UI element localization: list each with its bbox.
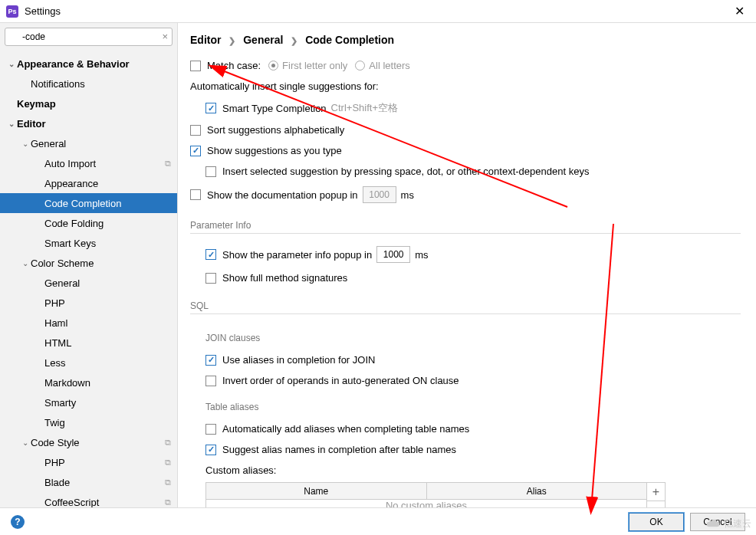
sort-alpha-label: Sort suggestions alphabetically	[207, 124, 344, 136]
use-alias-join-checkbox[interactable]	[205, 355, 216, 366]
tree-item-php[interactable]: PHP	[0, 293, 177, 313]
tree-item-html[interactable]: HTML	[0, 333, 177, 353]
expand-icon[interactable]: ⌄	[20, 139, 31, 148]
window-title: Settings	[25, 5, 728, 17]
doc-popup-checkbox[interactable]	[190, 189, 201, 200]
ok-button[interactable]: OK	[629, 513, 684, 531]
tree-item-blade[interactable]: Blade⧉	[0, 472, 177, 492]
sort-alpha-checkbox[interactable]	[190, 125, 201, 136]
tree-item-label: Twig	[44, 417, 171, 428]
insert-space-checkbox[interactable]	[205, 166, 216, 177]
tree-item-label: Editor	[17, 118, 171, 130]
all-letters-radio[interactable]	[355, 61, 365, 71]
expand-icon[interactable]: ⌄	[20, 259, 31, 268]
chevron-right-icon: ❯	[291, 36, 297, 45]
tree-item-code-folding[interactable]: Code Folding	[0, 213, 177, 233]
show-as-type-checkbox[interactable]	[190, 146, 201, 156]
dialog-footer: ? OK Cancel	[0, 507, 756, 535]
tree-item-markdown[interactable]: Markdown	[0, 373, 177, 392]
alias-side-buttons: + −	[646, 483, 665, 507]
tree-item-label: Appearance & Behavior	[17, 58, 171, 70]
tree-item-twig[interactable]: Twig	[0, 412, 177, 432]
tree-item-appearance[interactable]: Appearance	[0, 173, 177, 193]
tree-item-general[interactable]: General	[0, 273, 177, 293]
doc-popup-label-a: Show the documentation popup in	[207, 189, 358, 201]
alias-table-body: No custom aliases Add alias	[206, 500, 646, 507]
tree-item-code-completion[interactable]: Code Completion	[0, 193, 177, 213]
tree-item-keymap[interactable]: Keymap	[0, 94, 177, 113]
smart-type-row: Smart Type Completion Ctrl+Shift+空格	[205, 101, 741, 115]
param-popup-checkbox[interactable]	[205, 249, 216, 260]
suggest-alias-checkbox[interactable]	[205, 445, 216, 455]
help-icon[interactable]: ?	[11, 515, 25, 529]
tree-item-color-scheme[interactable]: ⌄Color Scheme	[0, 253, 177, 273]
tree-item-label: Keymap	[17, 98, 171, 110]
param-popup-input[interactable]	[376, 246, 410, 263]
tree-item-coffeescript[interactable]: CoffeeScript⧉	[0, 492, 177, 507]
auto-alias-label: Automatically add aliases when completin…	[222, 423, 469, 435]
smart-type-checkbox[interactable]	[205, 103, 216, 113]
match-case-label: Match case:	[207, 60, 261, 71]
crumb-editor[interactable]: Editor	[190, 34, 221, 46]
first-letter-radio[interactable]	[268, 61, 278, 71]
alias-col-name: Name	[206, 483, 427, 499]
tree-item-label: PHP	[44, 457, 165, 468]
doc-popup-input[interactable]	[363, 186, 396, 203]
search-input[interactable]	[5, 28, 173, 46]
cancel-button[interactable]: Cancel	[690, 513, 745, 531]
tree-item-label: Auto Import	[44, 158, 165, 169]
suggest-alias-label: Suggest alias names in completion after …	[222, 444, 456, 455]
tree-item-haml[interactable]: Haml	[0, 313, 177, 333]
tree-item-label: CoffeeScript	[44, 497, 165, 508]
tree-item-code-style[interactable]: ⌄Code Style⧉	[0, 432, 177, 452]
expand-icon[interactable]: ⌄	[20, 438, 31, 447]
alias-remove-button[interactable]: −	[647, 501, 665, 507]
expand-icon[interactable]: ⌄	[6, 120, 17, 128]
tree-item-editor[interactable]: ⌄Editor	[0, 113, 177, 133]
tree-item-appearance-behavior[interactable]: ⌄Appearance & Behavior	[0, 54, 177, 74]
tree-item-label: Smarty	[44, 397, 171, 409]
scope-icon: ⧉	[165, 438, 171, 448]
tree-item-php[interactable]: PHP⧉	[0, 452, 177, 472]
expand-icon[interactable]: ⌄	[6, 60, 17, 68]
tree-item-label: Haml	[44, 317, 171, 329]
settings-tree: ⌄Appearance & BehaviorNotificationsKeyma…	[0, 51, 177, 507]
insert-space-label: Insert selected suggestion by pressing s…	[222, 166, 589, 177]
tree-item-label: Notifications	[31, 78, 171, 90]
tree-item-notifications[interactable]: Notifications	[0, 74, 177, 94]
alias-col-alias: Alias	[427, 483, 647, 499]
alias-add-button[interactable]: +	[647, 483, 665, 501]
invert-on-checkbox[interactable]	[205, 376, 216, 386]
crumb-general[interactable]: General	[243, 34, 283, 46]
auto-alias-checkbox[interactable]	[205, 424, 216, 435]
tree-item-general[interactable]: ⌄General	[0, 133, 177, 153]
param-popup-row: Show the parameter info popup in ms	[205, 246, 741, 263]
tree-item-less[interactable]: Less	[0, 353, 177, 373]
scope-icon: ⧉	[165, 478, 171, 487]
use-alias-join-row: Use aliases in completion for JOIN	[205, 354, 741, 366]
tree-item-smart-keys[interactable]: Smart Keys	[0, 233, 177, 253]
tree-item-label: Blade	[44, 477, 165, 488]
sub-table-aliases: Table aliases	[205, 402, 741, 412]
all-letters-label: All letters	[369, 60, 409, 71]
invert-on-label: Invert order of operands in auto-generat…	[222, 375, 459, 386]
full-sig-row: Show full method signatures	[205, 272, 741, 284]
tree-item-auto-import[interactable]: Auto Import⧉	[0, 153, 177, 173]
tree-item-label: Color Scheme	[31, 258, 171, 269]
tree-item-smarty[interactable]: Smarty	[0, 392, 177, 412]
scope-icon: ⧉	[165, 159, 171, 169]
clear-search-icon[interactable]: ×	[162, 31, 168, 42]
scope-icon: ⧉	[165, 497, 171, 507]
breadcrumb: Editor ❯ General ❯ Code Completion	[190, 34, 741, 46]
tree-item-label: Smart Keys	[44, 238, 171, 249]
alias-table-header: Name Alias	[206, 483, 646, 500]
show-as-type-label: Show suggestions as you type	[207, 145, 342, 156]
close-icon[interactable]: ✕	[728, 4, 750, 18]
tree-item-label: HTML	[44, 337, 171, 349]
param-popup-label-a: Show the parameter info popup in	[222, 249, 372, 261]
auto-insert-label: Automatically insert single suggestions …	[190, 80, 379, 92]
full-sig-label: Show full method signatures	[222, 272, 347, 284]
match-case-checkbox[interactable]	[190, 61, 201, 71]
section-sql: SQL	[190, 300, 741, 314]
full-sig-checkbox[interactable]	[205, 273, 216, 284]
